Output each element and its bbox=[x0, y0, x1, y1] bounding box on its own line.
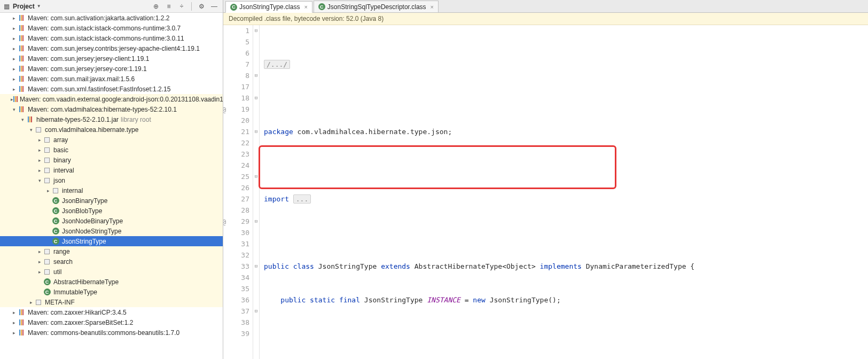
tree-item[interactable]: binary bbox=[0, 155, 223, 165]
tree-item[interactable]: Maven: com.vladmihalcea:hibernate-types-… bbox=[0, 104, 223, 114]
code-editor[interactable]: 15678171819@20212223242526272829@3031323… bbox=[223, 25, 868, 359]
tree-arrow-icon[interactable] bbox=[36, 147, 43, 153]
tree-item[interactable]: util bbox=[0, 267, 223, 277]
gutter-annotation-icon[interactable]: @ bbox=[223, 105, 226, 116]
tree-item[interactable]: search bbox=[0, 256, 223, 267]
tree-item[interactable]: basic bbox=[0, 145, 223, 155]
tree-item[interactable]: Maven: com.sun.jersey.contribs:jersey-ap… bbox=[0, 43, 223, 53]
fold-mark[interactable]: ⊟ bbox=[253, 92, 259, 104]
fold-mark[interactable] bbox=[253, 283, 259, 294]
tree-arrow-icon[interactable] bbox=[36, 158, 43, 163]
tree-item[interactable]: Maven: com.sun.istack:istack-commons-run… bbox=[0, 33, 223, 43]
tree-arrow-icon[interactable] bbox=[19, 117, 26, 122]
code-content[interactable]: /.../ package com.vladmihalcea.hibernate… bbox=[260, 25, 868, 359]
fold-mark[interactable] bbox=[253, 115, 259, 126]
tree-arrow-icon[interactable] bbox=[11, 330, 17, 335]
close-icon[interactable]: × bbox=[304, 4, 307, 10]
gear-icon[interactable]: ⚙ bbox=[197, 2, 206, 11]
fold-mark[interactable] bbox=[253, 193, 259, 205]
fold-mark[interactable] bbox=[253, 227, 259, 238]
fold-mark[interactable] bbox=[253, 238, 259, 249]
tree-item[interactable]: CJsonBlobType bbox=[0, 206, 223, 216]
tree-arrow-icon[interactable] bbox=[11, 320, 17, 325]
tree-arrow-icon[interactable] bbox=[11, 87, 17, 92]
fold-mark[interactable] bbox=[253, 272, 259, 283]
fold-mark[interactable] bbox=[253, 137, 259, 149]
tree-arrow-icon[interactable] bbox=[36, 137, 43, 143]
tree-arrow-icon[interactable] bbox=[36, 249, 43, 254]
fold-mark[interactable] bbox=[253, 317, 259, 328]
fold-mark[interactable] bbox=[253, 149, 259, 160]
tree-item[interactable]: CJsonNodeBinaryType bbox=[0, 216, 223, 226]
tree-item[interactable]: Maven: com.sun.jersey:jersey-client:1.19… bbox=[0, 53, 223, 64]
tree-item[interactable]: CImmutableType bbox=[0, 287, 223, 297]
fold-mark[interactable] bbox=[253, 328, 259, 339]
tree-item[interactable]: json bbox=[0, 175, 223, 185]
tree-item[interactable]: CAbstractHibernateType bbox=[0, 277, 223, 287]
tree-arrow-icon[interactable] bbox=[11, 107, 17, 112]
fold-mark[interactable]: ⊟ bbox=[253, 261, 259, 272]
tree-arrow-icon[interactable] bbox=[11, 15, 17, 21]
tree-arrow-icon[interactable] bbox=[45, 188, 51, 193]
fold-mark[interactable]: ⊟ bbox=[253, 126, 259, 137]
expand-icon[interactable]: ≡ bbox=[165, 2, 173, 11]
tree-item[interactable]: Maven: com.sun.xml.fastinfoset:FastInfos… bbox=[0, 84, 223, 94]
tree-arrow-icon[interactable] bbox=[11, 76, 17, 82]
tree-arrow-icon[interactable] bbox=[11, 56, 17, 61]
tree-item[interactable]: META-INF bbox=[0, 297, 223, 307]
fold-mark[interactable] bbox=[253, 294, 259, 306]
tree-item[interactable]: Maven: commons-beanutils:commons-beanuti… bbox=[0, 327, 223, 338]
tree-item[interactable]: Maven: com.sun.istack:istack-commons-run… bbox=[0, 23, 223, 33]
fold-mark[interactable]: ⊟ bbox=[253, 171, 259, 182]
tree-item[interactable]: CJsonNodeStringType bbox=[0, 226, 223, 236]
editor-tab[interactable]: CJsonStringType.class× bbox=[225, 1, 312, 13]
tree-item[interactable]: Maven: com.sun.jersey:jersey-core:1.19.1 bbox=[0, 64, 223, 74]
tree-arrow-icon[interactable] bbox=[11, 66, 17, 72]
locate-icon[interactable]: ⊕ bbox=[152, 2, 160, 11]
tree-item[interactable]: hibernate-types-52-2.10.1.jarlibrary roo… bbox=[0, 114, 223, 124]
collapse-icon[interactable]: ÷ bbox=[177, 2, 186, 11]
gutter-annotation-icon[interactable]: @ bbox=[223, 217, 226, 228]
fold-gutter[interactable]: ⊟⊟⊟⊟⊟⊟⊟⊟ bbox=[253, 25, 260, 359]
fold-mark[interactable]: ⊟ bbox=[253, 216, 259, 227]
project-tree[interactable]: Maven: com.sun.activation:jakarta.activa… bbox=[0, 13, 223, 359]
tree-arrow-icon[interactable] bbox=[36, 269, 43, 275]
tree-item[interactable]: range bbox=[0, 246, 223, 256]
tree-arrow-icon[interactable] bbox=[36, 178, 43, 183]
hide-icon[interactable]: — bbox=[210, 2, 218, 11]
close-icon[interactable]: × bbox=[431, 4, 434, 10]
editor-tab[interactable]: CJsonStringSqlTypeDescriptor.class× bbox=[314, 1, 439, 12]
tree-arrow-icon[interactable] bbox=[28, 127, 34, 132]
tree-item[interactable]: Maven: com.vaadin.external.google:androi… bbox=[0, 94, 223, 104]
fold-imports[interactable]: ... bbox=[293, 194, 311, 204]
tree-arrow-icon[interactable] bbox=[36, 168, 43, 173]
tree-item[interactable]: Maven: com.zaxxer:SparseBitSet:1.2 bbox=[0, 317, 223, 327]
fold-mark[interactable] bbox=[253, 59, 259, 70]
fold-mark[interactable] bbox=[253, 249, 259, 261]
tree-item[interactable]: Maven: com.sun.mail:javax.mail:1.5.6 bbox=[0, 74, 223, 84]
tree-item[interactable]: internal bbox=[0, 185, 223, 196]
tree-item[interactable]: com.vladmihalcea.hibernate.type bbox=[0, 124, 223, 135]
tree-arrow-icon[interactable] bbox=[28, 300, 34, 305]
tree-arrow-icon[interactable] bbox=[11, 26, 17, 31]
fold-mark[interactable]: ⊟ bbox=[253, 306, 259, 317]
tree-arrow-icon[interactable] bbox=[11, 36, 17, 41]
fold-mark[interactable]: ⊟ bbox=[253, 70, 259, 81]
fold-placeholder[interactable]: /.../ bbox=[264, 60, 290, 69]
fold-mark[interactable] bbox=[253, 81, 259, 92]
tree-item[interactable]: Maven: com.zaxxer:HikariCP:3.4.5 bbox=[0, 307, 223, 317]
tree-item[interactable]: interval bbox=[0, 165, 223, 175]
project-view-dropdown[interactable]: ▼ bbox=[37, 4, 41, 9]
tree-item[interactable]: array bbox=[0, 135, 223, 145]
fold-mark[interactable] bbox=[253, 160, 259, 171]
tree-item[interactable]: Maven: com.sun.activation:jakarta.activa… bbox=[0, 13, 223, 23]
fold-mark[interactable] bbox=[253, 205, 259, 216]
fold-mark[interactable]: ⊟ bbox=[253, 25, 259, 36]
tree-arrow-icon[interactable] bbox=[36, 259, 43, 264]
fold-mark[interactable] bbox=[253, 104, 259, 115]
fold-mark[interactable] bbox=[253, 48, 259, 59]
tree-arrow-icon[interactable] bbox=[11, 46, 17, 51]
fold-mark[interactable] bbox=[253, 182, 259, 193]
tree-arrow-icon[interactable] bbox=[11, 310, 17, 315]
tree-item[interactable]: CJsonStringType bbox=[0, 236, 223, 246]
